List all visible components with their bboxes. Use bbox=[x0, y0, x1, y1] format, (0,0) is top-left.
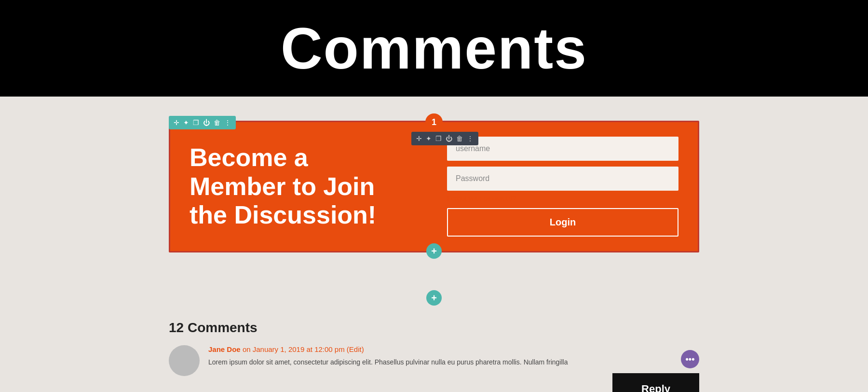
password-input[interactable] bbox=[447, 167, 678, 191]
comment-menu-button[interactable]: ••• bbox=[681, 350, 699, 368]
comment-text: Lorem ipsum dolor sit amet, consectetur … bbox=[208, 357, 594, 367]
username-input[interactable] bbox=[447, 137, 678, 161]
avatar bbox=[169, 345, 200, 376]
more-icon[interactable]: ⋮ bbox=[224, 119, 231, 126]
inner-delete-icon[interactable]: 🗑 bbox=[456, 135, 463, 142]
inner-power-icon[interactable]: ⏻ bbox=[446, 135, 452, 142]
comment-author: Jane Doe bbox=[208, 345, 241, 353]
content-area: ✛ ✦ ❐ ⏻ 🗑 ⋮ 1 Become a Member to Join th… bbox=[0, 97, 868, 392]
widget-container: ✛ ✦ ❐ ⏻ 🗑 ⋮ 1 Become a Member to Join th… bbox=[169, 121, 699, 281]
inner-settings-icon[interactable]: ✦ bbox=[426, 135, 432, 142]
duplicate-icon[interactable]: ❐ bbox=[193, 119, 199, 126]
inner-move-icon[interactable]: ✛ bbox=[416, 135, 422, 142]
reply-button[interactable]: Reply bbox=[612, 373, 699, 392]
table-row: Jane Doe on January 1, 2019 at 12:00 pm … bbox=[169, 345, 699, 392]
login-form: Forgot your password? Login bbox=[447, 137, 678, 237]
page-title: Comments bbox=[281, 15, 587, 82]
page-header: Comments bbox=[0, 0, 868, 97]
settings-icon[interactable]: ✦ bbox=[183, 119, 189, 126]
comment-body: Jane Doe on January 1, 2019 at 12:00 pm … bbox=[208, 345, 594, 367]
inner-duplicate-icon[interactable]: ❐ bbox=[435, 135, 442, 142]
forgot-password-link[interactable]: Forgot your password? bbox=[447, 195, 678, 202]
login-widget: 1 Become a Member to Join the Discussion… bbox=[169, 121, 699, 252]
comment-date: on January 1, 2019 at 12:00 pm bbox=[243, 345, 347, 353]
add-block-outer-button[interactable]: + bbox=[426, 290, 442, 306]
inner-more-icon[interactable]: ⋮ bbox=[467, 135, 474, 142]
comment-edit-link[interactable]: (Edit) bbox=[347, 345, 364, 353]
power-icon[interactable]: ⏻ bbox=[203, 119, 210, 126]
comment-meta: Jane Doe on January 1, 2019 at 12:00 pm … bbox=[208, 345, 594, 353]
comments-count: 12 Comments bbox=[169, 320, 699, 336]
badge-number: 1 bbox=[425, 113, 443, 131]
widget-headline: Become a Member to Join the Discussion! bbox=[190, 143, 392, 230]
delete-icon[interactable]: 🗑 bbox=[214, 119, 220, 126]
add-block-inner-button[interactable]: + bbox=[426, 243, 442, 259]
move-icon[interactable]: ✛ bbox=[174, 119, 179, 126]
comments-section: 12 Comments Jane Doe on January 1, 2019 … bbox=[169, 320, 699, 392]
comment-actions: ••• Reply bbox=[612, 345, 699, 392]
outer-toolbar[interactable]: ✛ ✦ ❐ ⏻ 🗑 ⋮ bbox=[169, 116, 236, 129]
inner-toolbar[interactable]: ✛ ✦ ❐ ⏻ 🗑 ⋮ bbox=[411, 132, 478, 145]
login-button[interactable]: Login bbox=[447, 208, 678, 237]
